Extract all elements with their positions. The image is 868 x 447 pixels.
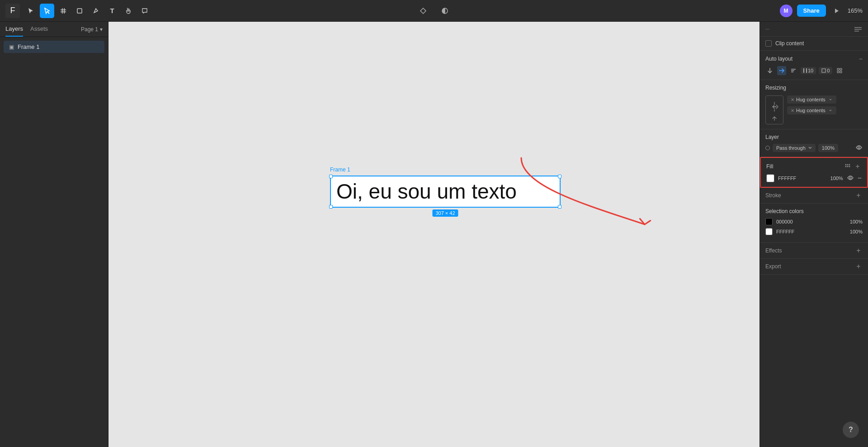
move-tool[interactable] xyxy=(24,4,38,18)
sel-color-swatch-black[interactable] xyxy=(765,218,773,225)
right-panel: ··· Clip content Auto layout − xyxy=(760,22,868,447)
tab-layers[interactable]: Layers xyxy=(5,25,23,37)
fill-visibility-toggle[interactable] xyxy=(847,175,854,182)
layers-list: ▣ Frame 1 xyxy=(0,37,108,57)
resizing-section: Resizing ✕ Hug contents xyxy=(760,80,868,129)
fill-add-button[interactable]: + xyxy=(854,162,862,171)
fill-remove-button[interactable]: − xyxy=(858,175,862,182)
resize-hug-width[interactable]: ✕ Hug contents xyxy=(787,95,836,104)
auto-layout-collapse[interactable]: − xyxy=(859,55,863,62)
top-scroll-area: ··· xyxy=(760,22,868,37)
layer-section: Layer Pass through 100% xyxy=(760,129,868,157)
al-extra-options[interactable] xyxy=(835,66,844,75)
handle-tl xyxy=(329,175,333,178)
play-button[interactable] xyxy=(830,5,843,17)
layer-name: Frame 1 xyxy=(18,43,39,50)
toolbar-right: M Share 165% xyxy=(780,5,863,17)
clip-content-checkbox[interactable] xyxy=(765,40,772,47)
fill-color-swatch[interactable] xyxy=(766,174,774,182)
effects-add-button[interactable]: + xyxy=(854,247,863,255)
svg-point-18 xyxy=(847,164,849,166)
layer-opacity[interactable]: 100% xyxy=(818,144,838,152)
frame-label: Frame 1 xyxy=(330,166,350,173)
svg-rect-12 xyxy=(837,68,839,70)
main-layout: Layers Assets Page 1 ▾ ▣ Frame 1 Frame 1… xyxy=(0,22,868,447)
left-panel: Layers Assets Page 1 ▾ ▣ Frame 1 xyxy=(0,22,108,447)
sel-color-hex-1: FFFFFF xyxy=(776,229,846,234)
frame-icon: ▣ xyxy=(9,44,14,50)
toolbar: F T M Share xyxy=(0,0,868,22)
svg-rect-14 xyxy=(837,71,839,73)
clip-content-row: Clip content xyxy=(760,37,868,51)
help-button[interactable]: ? xyxy=(843,422,859,438)
comment-tool[interactable] xyxy=(137,4,152,18)
fill-color-hex: FFFFFF xyxy=(778,176,823,181)
fill-opacity-value[interactable]: 100% xyxy=(827,176,843,181)
auto-layout-title: Auto layout xyxy=(765,56,793,62)
frame-container: Frame 1 Oi, eu sou um texto 307 × 42 xyxy=(330,176,561,208)
al-spacing-value[interactable]: 10 xyxy=(801,67,816,74)
stroke-add-button[interactable]: + xyxy=(854,191,863,200)
sel-color-opacity-1: 100% xyxy=(850,229,863,234)
frame-box[interactable]: Oi, eu sou um texto 307 × 42 xyxy=(330,176,561,208)
effects-title: Effects xyxy=(765,247,782,254)
zoom-level[interactable]: 165% xyxy=(848,7,863,14)
svg-rect-3 xyxy=(61,11,66,12)
hand-tool[interactable] xyxy=(121,4,136,18)
handle-bl xyxy=(329,205,333,209)
al-direction-right[interactable] xyxy=(777,66,786,75)
resize-hug-height[interactable]: ✕ Hug contents xyxy=(787,106,836,114)
figma-logo[interactable]: F xyxy=(5,4,20,18)
text-tool[interactable]: T xyxy=(105,4,119,18)
blend-mode-icon xyxy=(765,146,770,150)
panel-toggle-icon[interactable] xyxy=(854,25,863,33)
sel-color-row-0: 000000 100% xyxy=(765,218,863,225)
svg-rect-13 xyxy=(840,68,842,70)
al-direction-down[interactable] xyxy=(765,66,774,75)
resizing-title: Resizing xyxy=(765,85,863,91)
sel-color-swatch-white[interactable] xyxy=(765,228,773,235)
blend-mode-selector[interactable]: Pass through xyxy=(773,144,816,152)
svg-point-21 xyxy=(847,166,849,167)
svg-rect-9 xyxy=(803,68,804,73)
export-title: Export xyxy=(765,263,781,270)
resize-icon-box[interactable] xyxy=(765,95,783,124)
auto-layout-section: Auto layout − 10 0 xyxy=(760,51,868,80)
svg-rect-8 xyxy=(854,31,859,32)
page-selector[interactable]: Page 1 ▾ xyxy=(81,26,103,36)
selection-colors-title: Selection colors xyxy=(765,208,863,214)
svg-rect-10 xyxy=(806,68,807,73)
svg-rect-0 xyxy=(62,8,63,14)
frame-text: Oi, eu sou um texto xyxy=(336,180,554,203)
components-icon[interactable] xyxy=(416,4,430,18)
tab-assets[interactable]: Assets xyxy=(30,25,48,37)
shapes-tool[interactable] xyxy=(72,4,87,18)
pen-tool[interactable] xyxy=(89,4,103,18)
al-wrap[interactable] xyxy=(789,66,798,75)
share-button[interactable]: Share xyxy=(797,5,826,17)
frame-size-badge: 307 × 42 xyxy=(432,209,458,217)
svg-point-20 xyxy=(845,166,847,167)
selection-colors-section: Selection colors 000000 100% FFFFFF 100% xyxy=(760,204,868,243)
toolbar-center xyxy=(416,4,452,18)
svg-rect-4 xyxy=(77,9,82,13)
svg-point-22 xyxy=(849,166,850,167)
fill-section: Fill + FFFFFF 100% − xyxy=(760,157,868,188)
fill-style-icon[interactable] xyxy=(844,163,851,170)
svg-rect-15 xyxy=(840,71,842,73)
al-padding-value[interactable]: 0 xyxy=(819,67,832,74)
sel-color-opacity-0: 100% xyxy=(850,219,863,224)
contrast-icon[interactable] xyxy=(438,4,452,18)
user-avatar: M xyxy=(780,5,793,17)
select-tool[interactable] xyxy=(40,4,54,18)
svg-point-23 xyxy=(849,177,851,179)
svg-point-16 xyxy=(858,147,860,148)
layer-item-frame1[interactable]: ▣ Frame 1 xyxy=(4,41,104,53)
export-add-button[interactable]: + xyxy=(854,262,863,271)
layer-visibility-toggle[interactable] xyxy=(855,144,863,152)
svg-rect-2 xyxy=(61,10,66,10)
frame-tool[interactable] xyxy=(56,4,71,18)
effects-section: Effects + xyxy=(760,243,868,259)
canvas[interactable]: Frame 1 Oi, eu sou um texto 307 × 42 xyxy=(108,22,760,447)
handle-br xyxy=(558,205,561,209)
